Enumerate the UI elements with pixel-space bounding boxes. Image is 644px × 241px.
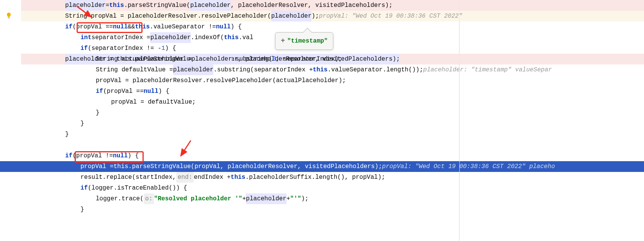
code-line[interactable]: String defaultValue = placeholder.substr…: [21, 64, 644, 75]
fold-strip: [17, 0, 21, 241]
svg-rect-0: [8, 17, 10, 18]
code-line[interactable]: if (logger.isTraceEnabled()) {: [21, 183, 644, 193]
param-hint-end: end:: [176, 172, 194, 183]
ruler-line: [459, 0, 460, 241]
gutter: [0, 0, 17, 241]
code-line[interactable]: if (propVal == null && this.valueSeparat…: [21, 21, 644, 32]
tooltip-value: "timestamp": [287, 36, 328, 46]
code-line[interactable]: logger.trace( o: "Resolved placeholder '…: [21, 193, 644, 204]
debug-tooltip[interactable]: + "timestamp": [275, 32, 333, 50]
execution-line[interactable]: propVal = this.parseStringValue(propVal,…: [21, 161, 644, 172]
code-line[interactable]: if (propVal == null) {: [21, 86, 644, 97]
code-line[interactable]: placeholder = this.parseStringValue(plac…: [21, 0, 644, 11]
code-line[interactable]: propVal = placeholderResolver.resolvePla…: [21, 75, 644, 86]
code-line[interactable]: }: [21, 204, 644, 215]
code-line[interactable]: }: [21, 129, 644, 140]
code-line[interactable]: [21, 140, 644, 150]
code-line[interactable]: String actualPlaceholder = placeholder.s…: [21, 54, 644, 64]
intention-bulb-icon[interactable]: [6, 12, 12, 18]
code-line[interactable]: propVal = defaultValue;: [21, 97, 644, 107]
plus-icon: +: [281, 35, 285, 47]
code-line[interactable]: }: [21, 118, 644, 129]
param-hint-o: o:: [144, 193, 154, 204]
svg-rect-1: [8, 18, 10, 18]
code-line[interactable]: }: [21, 107, 644, 118]
code-line[interactable]: String propVal = placeholderResolver.res…: [21, 11, 644, 21]
code-lines: placeholder = this.parseStringValue(plac…: [21, 0, 644, 215]
code-line[interactable]: result.replace(startIndex, end: endIndex…: [21, 172, 644, 183]
code-line[interactable]: if (propVal != null) {: [21, 150, 644, 161]
